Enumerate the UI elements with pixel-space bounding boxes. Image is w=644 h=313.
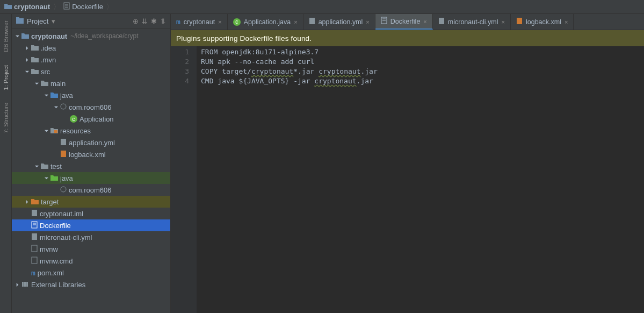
folder-icon bbox=[31, 68, 39, 76]
tree-item-extlib[interactable]: External Libraries bbox=[12, 279, 170, 290]
folder-icon bbox=[41, 162, 48, 170]
tree-item-dockerfile[interactable]: Dockerfile bbox=[12, 219, 170, 231]
tab-logback-label: logback.xml bbox=[526, 18, 561, 26]
tree-item-src[interactable]: src bbox=[12, 66, 170, 77]
tree-appyml-label: application.yml bbox=[69, 139, 115, 147]
yml-icon bbox=[438, 17, 445, 26]
chevron-right-icon bbox=[24, 56, 30, 63]
close-icon[interactable]: × bbox=[502, 19, 505, 25]
code-line-1: FROM openjdk:8u171-alpine3.7 bbox=[201, 47, 644, 57]
line-number-gutter: 1 2 3 4 bbox=[171, 46, 197, 313]
tree-item-main[interactable]: main bbox=[12, 77, 170, 89]
chevron-right-icon bbox=[14, 281, 20, 288]
svg-rect-15 bbox=[32, 233, 37, 240]
chevron-right-icon bbox=[24, 45, 30, 51]
project-icon bbox=[16, 17, 24, 25]
tree-item-appyml[interactable]: application.yml bbox=[12, 137, 170, 148]
db-browser-tab[interactable]: DB Browser bbox=[2, 16, 10, 56]
svg-rect-8 bbox=[61, 139, 66, 145]
tree-logback-label: logback.xml bbox=[69, 151, 106, 159]
tabs-bar: m cryptonaut × c Application.java × appl… bbox=[171, 14, 644, 30]
tree-item-java-test[interactable]: java bbox=[12, 172, 170, 184]
tree-item-mvnwcmd[interactable]: mvnw.cmd bbox=[12, 255, 170, 267]
folder-icon bbox=[21, 32, 29, 40]
svg-rect-5 bbox=[16, 17, 19, 19]
tree-mvn-label: .mvn bbox=[41, 56, 56, 64]
sidebar-title-label: Project bbox=[27, 17, 48, 25]
dropdown-icon[interactable]: ▾ bbox=[52, 17, 55, 25]
tree-testpackage-label: com.room606 bbox=[69, 186, 111, 194]
tab-dockerfile[interactable]: Dockerfile × bbox=[375, 14, 433, 30]
tree-test-label: test bbox=[50, 162, 62, 170]
chevron-right-icon bbox=[24, 198, 30, 205]
tab-application-yml[interactable]: application.yml × bbox=[303, 14, 375, 30]
dockerfile-icon bbox=[31, 221, 38, 230]
tree-item-package[interactable]: com.room606 bbox=[12, 101, 170, 113]
tree-item-idea[interactable]: .idea bbox=[12, 42, 170, 54]
tree-item-iml[interactable]: cryptonaut.iml bbox=[12, 208, 170, 219]
code-line-2: RUN apk --no-cache add curl bbox=[201, 57, 644, 67]
source-folder-icon bbox=[50, 91, 58, 99]
close-icon[interactable]: × bbox=[294, 19, 297, 25]
tree-item-application[interactable]: c Application bbox=[12, 113, 170, 125]
locate-icon[interactable]: ⊕ bbox=[133, 17, 139, 25]
svg-rect-18 bbox=[22, 282, 24, 287]
close-icon[interactable]: × bbox=[218, 19, 221, 25]
tree-item-pom[interactable]: m pom.xml bbox=[12, 267, 170, 279]
tree-item-resources[interactable]: resources bbox=[12, 125, 170, 137]
svg-rect-21 bbox=[309, 18, 315, 24]
close-icon[interactable]: × bbox=[366, 19, 369, 25]
tree-resources-label: resources bbox=[60, 127, 91, 135]
structure-tab[interactable]: 7: Structure bbox=[2, 98, 10, 138]
left-tool-gutter: DB Browser 1: Project 7: Structure bbox=[0, 14, 12, 313]
yml-icon bbox=[309, 17, 315, 26]
structure-tab-label: 7: Structure bbox=[3, 103, 9, 133]
class-icon: c bbox=[70, 115, 77, 123]
tree-item-mvn[interactable]: .mvn bbox=[12, 54, 170, 66]
tree-root-path: ~/idea_workspace/crypt bbox=[70, 32, 138, 40]
tree-root[interactable]: cryptonaut ~/idea_workspace/crypt bbox=[12, 30, 170, 42]
tree-mvnwcmd-label: mvnw.cmd bbox=[40, 257, 73, 265]
breadcrumb-root[interactable]: cryptonaut bbox=[2, 3, 52, 11]
tree-java-label: java bbox=[60, 91, 73, 99]
plugin-notice[interactable]: Plugins supporting Dockerfile files foun… bbox=[171, 30, 644, 46]
tab-logback[interactable]: logback.xml × bbox=[511, 14, 574, 30]
maven-icon: m bbox=[176, 18, 180, 26]
collapse-icon[interactable]: ⇊ bbox=[142, 17, 148, 25]
tree-item-microcli[interactable]: micronaut-cli.yml bbox=[12, 231, 170, 243]
project-tree: cryptonaut ~/idea_workspace/crypt .idea … bbox=[12, 29, 170, 313]
gear-icon[interactable]: ✱ bbox=[151, 17, 157, 25]
tree-iml-label: cryptonaut.iml bbox=[40, 210, 83, 218]
project-tab[interactable]: 1: Project bbox=[2, 61, 10, 94]
svg-rect-19 bbox=[24, 282, 26, 287]
code-content[interactable]: FROM openjdk:8u171-alpine3.7 RUN apk --n… bbox=[197, 46, 644, 313]
tree-item-target[interactable]: target bbox=[12, 196, 170, 208]
tree-item-mvnw[interactable]: mvnw bbox=[12, 243, 170, 255]
breadcrumb-root-label: cryptonaut bbox=[14, 3, 50, 11]
hide-icon[interactable]: ⥮ bbox=[160, 17, 166, 25]
tree-item-java-main[interactable]: java bbox=[12, 89, 170, 101]
close-icon[interactable]: × bbox=[565, 19, 568, 25]
tab-cryptonaut[interactable]: m cryptonaut × bbox=[171, 14, 228, 30]
svg-rect-25 bbox=[439, 18, 444, 24]
tab-application-java[interactable]: c Application.java × bbox=[228, 14, 303, 30]
breadcrumb-file[interactable]: Dockerfile bbox=[61, 2, 105, 11]
tree-target-label: target bbox=[41, 198, 59, 206]
svg-rect-7 bbox=[54, 130, 57, 133]
chevron-down-icon bbox=[33, 163, 40, 169]
tree-item-logback[interactable]: logback.xml bbox=[12, 148, 170, 160]
chevron-down-icon bbox=[24, 68, 30, 75]
code-editor[interactable]: 1 2 3 4 FROM openjdk:8u171-alpine3.7 RUN… bbox=[171, 46, 644, 313]
tab-cryptonaut-label: cryptonaut bbox=[184, 18, 215, 26]
tree-item-testpackage[interactable]: com.room606 bbox=[12, 184, 170, 196]
folder-icon bbox=[31, 56, 39, 64]
folder-icon bbox=[4, 3, 12, 11]
class-icon: c bbox=[233, 18, 241, 26]
tree-src-label: src bbox=[41, 68, 50, 76]
tree-item-test[interactable]: test bbox=[12, 160, 170, 172]
tab-micronaut-cli[interactable]: micronaut-cli.yml × bbox=[433, 14, 511, 30]
close-icon[interactable]: × bbox=[423, 18, 426, 25]
tree-dockerfile-label: Dockerfile bbox=[40, 222, 71, 230]
svg-rect-16 bbox=[32, 245, 37, 252]
test-folder-icon bbox=[50, 174, 58, 182]
